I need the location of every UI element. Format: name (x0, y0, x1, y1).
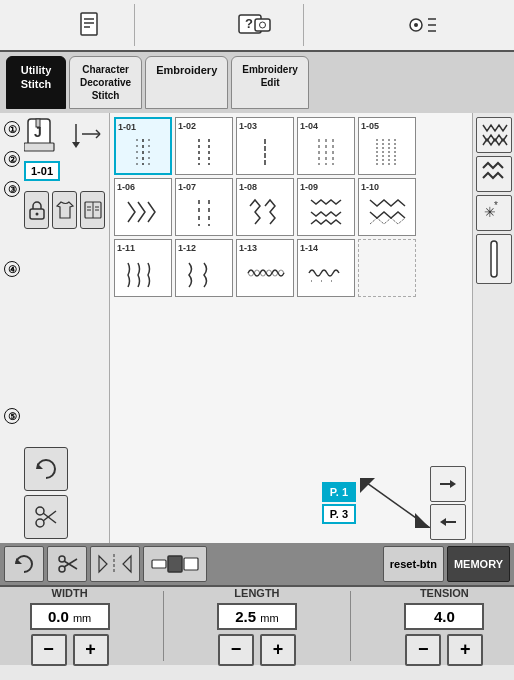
svg-marker-54 (415, 513, 430, 528)
tabs-row: Utility Stitch Character Decorative Stit… (0, 52, 514, 113)
svg-rect-15 (24, 143, 54, 151)
svg-rect-6 (255, 19, 270, 31)
stitch-1-14[interactable]: 1-14 (297, 239, 355, 297)
stitch-1-02[interactable]: 1-02 (175, 117, 233, 175)
side-deco-2[interactable] (476, 156, 512, 192)
diagonal-arrows (360, 478, 430, 528)
page-3-btn[interactable]: P. 3 (322, 504, 356, 524)
tension-plus-btn[interactable]: + (447, 634, 483, 666)
svg-line-34 (43, 511, 56, 521)
stitch-1-12[interactable]: 1-12 (175, 239, 233, 297)
tension-group: TENSION 4.0 − + (404, 587, 484, 666)
arrow-left-btn[interactable] (430, 504, 466, 540)
annotation-1: ① (4, 121, 20, 137)
undo-btn[interactable] (24, 447, 68, 491)
svg-rect-0 (81, 13, 97, 35)
doc-icon[interactable] (46, 4, 135, 46)
stitch-1-10[interactable]: 1-10 (358, 178, 416, 236)
svg-point-31 (36, 507, 44, 515)
svg-rect-62 (491, 241, 497, 277)
selected-stitch-label: 1-01 (24, 161, 105, 185)
tab-embroidery-edit[interactable]: Embroidery Edit (231, 56, 309, 109)
stitch-1-13[interactable]: 1-13 (236, 239, 294, 297)
side-deco-1[interactable] (476, 117, 512, 153)
stitch-1-01[interactable]: 1-01 (114, 117, 172, 175)
svg-rect-73 (184, 558, 198, 570)
help-machine-icon[interactable]: ? (207, 4, 304, 46)
page-nav-area: P. 1 P. 3 (110, 463, 472, 543)
stitch-row-2: 1-06 1-07 (114, 178, 468, 236)
annotation-3: ③ (4, 181, 20, 197)
stitch-1-11[interactable]: 1-11 (114, 239, 172, 297)
page-blocks: P. 1 P. 3 (322, 482, 356, 524)
svg-marker-57 (450, 480, 456, 488)
width-label: WIDTH (52, 587, 88, 599)
lock-btn[interactable] (24, 191, 49, 229)
width-plus-btn[interactable]: + (73, 634, 109, 666)
svg-marker-68 (99, 556, 107, 572)
page-1-btn[interactable]: P. 1 (322, 482, 356, 502)
presser-foot-icon: J (24, 117, 60, 155)
reset-btn[interactable]: reset-btn (383, 546, 444, 582)
annotation-2: ② (4, 151, 20, 167)
svg-marker-69 (123, 556, 131, 572)
svg-marker-55 (360, 478, 375, 493)
svg-rect-71 (152, 560, 166, 568)
svg-rect-16 (36, 119, 40, 127)
stitch-settings-group[interactable] (143, 546, 207, 582)
stitch-1-06[interactable]: 1-06 (114, 178, 172, 236)
left-panel: J 1-01 (0, 113, 110, 543)
tab-character-decorative[interactable]: Character Decorative Stitch (69, 56, 142, 109)
stitch-1-05[interactable]: 1-05 (358, 117, 416, 175)
bottom-left-btns (24, 447, 105, 539)
settings-icon[interactable] (376, 4, 468, 46)
tension-display: 4.0 (404, 603, 484, 630)
width-controls: − + (31, 634, 109, 666)
booklet-btn[interactable] (80, 191, 105, 229)
scissors-btn[interactable] (24, 495, 68, 539)
icon-row-top: J (24, 117, 105, 155)
stitch-1-08[interactable]: 1-08 (236, 178, 294, 236)
width-group: WIDTH 0.0 mm − + (30, 587, 110, 666)
shirt-btn[interactable] (52, 191, 77, 229)
tension-controls: − + (405, 634, 483, 666)
bottom-toolbar: reset-btn MEMORY (0, 543, 514, 585)
divider-2 (350, 591, 351, 661)
width-display: 0.0 mm (30, 603, 110, 630)
side-deco-3[interactable]: ✳ * (476, 195, 512, 231)
stitch-1-07[interactable]: 1-07 (175, 178, 233, 236)
svg-line-33 (43, 513, 56, 523)
divider-1 (163, 591, 164, 661)
tension-minus-btn[interactable]: − (405, 634, 441, 666)
stitch-1-03[interactable]: 1-03 (236, 117, 294, 175)
length-minus-btn[interactable]: − (218, 634, 254, 666)
annotation-5: ⑤ (4, 408, 20, 424)
side-deco-4[interactable] (476, 234, 512, 284)
scissors-toolbar-btn[interactable] (47, 546, 87, 582)
stitch-1-04[interactable]: 1-04 (297, 117, 355, 175)
arrow-right-btn[interactable] (430, 466, 466, 502)
svg-marker-59 (440, 518, 446, 526)
mirror-stitch-group[interactable] (90, 546, 140, 582)
annotation-4: ④ (4, 261, 20, 277)
length-label: LENGTH (234, 587, 279, 599)
length-display: 2.5 mm (217, 603, 297, 630)
svg-point-32 (36, 519, 44, 527)
length-plus-btn[interactable]: + (260, 634, 296, 666)
stitch-direction-icon (68, 120, 104, 152)
width-minus-btn[interactable]: − (31, 634, 67, 666)
right-side-panel: ✳ * (472, 113, 514, 543)
svg-marker-18 (72, 142, 80, 148)
svg-text:?: ? (245, 16, 253, 31)
length-controls: − + (218, 634, 296, 666)
stitch-1-09[interactable]: 1-09 (297, 178, 355, 236)
stitch-row-3: 1-11 1-12 (114, 239, 468, 297)
tab-embroidery[interactable]: Embroidery (145, 56, 228, 109)
svg-text:*: * (494, 200, 498, 211)
memory-btn[interactable]: MEMORY (447, 546, 510, 582)
undo-toolbar-btn[interactable] (4, 546, 44, 582)
top-bar: ? (0, 0, 514, 52)
top-right-icons (24, 191, 105, 316)
tab-utility-stitch[interactable]: Utility Stitch (6, 56, 66, 109)
svg-point-9 (414, 23, 418, 27)
